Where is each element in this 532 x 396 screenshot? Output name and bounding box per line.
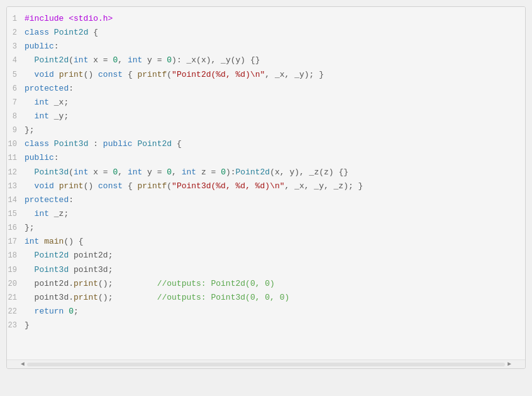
token-plain: : [69,84,74,93]
token-num: 0 [167,55,172,65]
token-plain: : [54,153,59,162]
line-content: }; [25,124,525,137]
token-plain: : [54,42,59,51]
code-line: 23} [7,319,525,332]
token-plain: ): [226,167,236,177]
token-str: "Point2d(%d, %d)\n" [172,70,265,79]
code-line: 20 point2d.print(); //outputs: Point2d(0… [7,277,525,291]
token-plain: } [25,320,30,330]
line-number: 2 [7,27,25,39]
token-num: 0 [167,167,172,177]
token-kw: class [25,28,49,37]
line-number: 12 [7,167,25,179]
code-line: 6protected: [7,82,525,96]
token-kw-type: int [35,209,49,218]
token-comment: //outputs: Point2d(0, 0) [157,279,275,288]
editor-container: 1#include <stdio.h>2class Point2d {3publ… [6,6,526,369]
token-kw-type: int [74,55,88,65]
token-plain: y = [142,55,167,65]
line-number: 18 [7,250,25,262]
token-cls: Point3d [35,167,69,177]
line-content: void print() const { printf("Point2d(%d,… [25,69,525,81]
scrollbar-area: ◄ ► [7,359,525,368]
token-plain: , [118,167,128,177]
token-cls: Point3d [54,139,89,149]
line-content: int main() { [25,235,525,248]
token-plain: ( [69,167,74,177]
scrollbar-track[interactable] [27,363,505,366]
line-content: Point2d point2d; [25,249,525,262]
token-kw: protected [25,195,69,205]
token-plain [25,167,35,177]
line-content: class Point2d { [25,26,525,39]
token-plain: ( [167,181,172,191]
code-line: 8 int _y; [7,110,525,123]
line-content: } [25,319,525,332]
token-fn: printf [137,181,167,191]
line-number: 6 [7,83,25,95]
line-number: 4 [7,55,25,67]
line-number: 1 [7,13,25,25]
token-fn: printf [137,70,167,79]
token-fn: print [59,70,84,79]
token-plain: { [123,181,137,191]
line-number: 8 [7,111,25,123]
token-plain: () [84,181,98,191]
line-content: public: [25,40,525,53]
code-line: 7 int _x; [7,96,525,110]
token-cls: Point2d [137,139,172,149]
scroll-left-arrow[interactable]: ◄ [18,361,27,368]
token-pp: #include <stdio.h> [25,14,113,23]
token-fn: print [74,293,98,302]
scroll-right-arrow[interactable]: ► [505,361,514,368]
line-number: 23 [7,320,25,332]
token-cls: Point2d [35,251,69,260]
token-plain [54,181,59,191]
token-plain: (); [98,293,157,302]
token-plain [25,70,35,79]
code-line: 14protected: [7,193,525,207]
token-plain [25,307,35,316]
token-plain: { [123,70,137,79]
token-cls: Point2d [54,28,89,37]
line-number: 22 [7,306,25,318]
code-line: 17int main() { [7,235,525,249]
token-plain: ( [69,55,74,65]
token-plain: point3d. [25,293,74,302]
token-plain [25,111,35,121]
line-number: 3 [7,41,25,53]
line-content: return 0; [25,305,525,318]
line-content: int _y; [25,110,525,123]
token-plain: z = [196,167,221,177]
line-content: Point3d point3d; [25,264,525,276]
line-number: 9 [7,125,25,137]
token-plain [25,209,35,218]
line-number: 5 [7,69,25,81]
token-plain: { [172,139,182,149]
token-plain: , _x, _y); } [265,70,324,79]
token-plain: (x, y), _z(z) {} [270,167,348,177]
code-area[interactable]: 1#include <stdio.h>2class Point2d {3publ… [7,7,525,359]
token-plain [25,98,35,107]
token-plain: : [88,139,103,149]
token-kw-type: int [35,111,49,121]
token-plain: x = [88,167,113,177]
line-content: protected: [25,82,525,95]
code-line: 10class Point3d : public Point2d { [7,137,525,151]
code-line: 11public: [7,151,525,165]
line-number: 11 [7,152,25,164]
line-content: }; [25,222,525,234]
token-fn: main [44,237,64,246]
code-line: 12 Point3d(int x = 0, int y = 0, int z =… [7,166,525,179]
code-line: 1#include <stdio.h> [7,12,525,26]
token-kw: protected [25,84,69,93]
token-plain [25,55,35,65]
token-plain: ; [74,307,79,316]
token-fn: print [59,181,84,191]
token-kw: void [35,181,54,191]
token-plain: , [172,167,182,177]
line-number: 10 [7,139,25,150]
token-num: 0 [221,167,226,177]
token-plain [49,139,54,149]
line-content: point2d.print(); //outputs: Point2d(0, 0… [25,278,525,290]
